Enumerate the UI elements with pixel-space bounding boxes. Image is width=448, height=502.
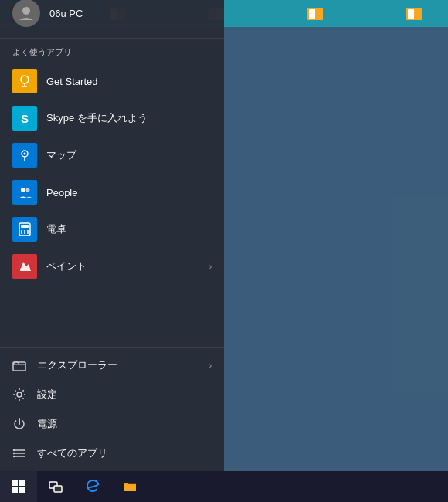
start-menu: 06u PC よく使うアプリ Get Started S Skype を手に — [0, 0, 224, 471]
svg-point-17 — [21, 188, 25, 192]
user-name: 06u PC — [49, 8, 83, 19]
svg-point-25 — [24, 232, 25, 234]
bottom-item-settings[interactable]: 設定 — [0, 380, 224, 409]
app-label-maps: マップ — [46, 148, 212, 162]
svg-rect-36 — [12, 480, 18, 486]
bottom-item-all-apps[interactable]: すべてのアプリ — [0, 439, 224, 468]
all-apps-label: すべてのアプリ — [37, 446, 107, 460]
app-list: Get Started S Skype を手に入れよう マップ — [0, 63, 224, 285]
app-label-paint: ペイント — [46, 259, 200, 273]
bottom-item-power[interactable]: 電源 — [0, 409, 224, 439]
svg-point-29 — [17, 392, 22, 397]
app-icon-people — [12, 180, 37, 205]
svg-point-10 — [22, 7, 30, 15]
app-icon-paint — [12, 254, 37, 279]
taskbar — [0, 471, 448, 502]
frequent-apps-label: よく使うアプリ — [0, 39, 224, 63]
explorer-arrow: › — [209, 361, 212, 370]
svg-point-33 — [13, 449, 15, 451]
svg-point-35 — [13, 456, 15, 457]
app-item-paint[interactable]: ペイント › — [0, 248, 224, 285]
svg-rect-37 — [19, 480, 25, 486]
svg-point-23 — [27, 230, 29, 232]
svg-rect-41 — [54, 486, 62, 492]
svg-rect-9 — [408, 9, 414, 19]
svg-point-16 — [24, 153, 26, 155]
svg-rect-39 — [19, 487, 25, 493]
svg-point-24 — [21, 232, 22, 234]
svg-point-22 — [24, 230, 25, 232]
settings-label: 設定 — [37, 388, 57, 402]
app-label-calculator: 電卓 — [46, 222, 212, 236]
app-icon-maps — [12, 143, 37, 168]
app-item-calculator[interactable]: 電卓 — [0, 211, 224, 248]
svg-point-18 — [26, 188, 30, 192]
task-view-button[interactable] — [37, 471, 74, 502]
all-apps-icon — [12, 446, 26, 460]
app-item-get-started[interactable]: Get Started — [0, 63, 224, 100]
svg-point-27 — [20, 268, 23, 271]
app-icon-get-started — [12, 69, 37, 93]
file-explorer-button[interactable] — [111, 471, 148, 502]
bottom-item-explorer[interactable]: エクスプローラー › — [0, 351, 224, 380]
svg-point-26 — [27, 232, 29, 234]
settings-icon — [12, 388, 26, 402]
power-icon — [12, 417, 26, 431]
bottom-menu: エクスプローラー › 設定 電源 — [0, 347, 224, 471]
menu-spacer — [0, 285, 224, 347]
svg-rect-7 — [309, 9, 315, 19]
desktop-icon-4[interactable] — [304, 3, 326, 25]
svg-rect-38 — [12, 487, 18, 493]
edge-button[interactable] — [74, 471, 111, 502]
explorer-icon — [12, 358, 26, 372]
paint-arrow: › — [209, 263, 212, 271]
app-icon-skype: S — [12, 106, 37, 131]
app-label-people: People — [46, 187, 212, 198]
app-item-people[interactable]: People — [0, 174, 224, 211]
svg-point-34 — [13, 453, 15, 454]
app-label-get-started: Get Started — [46, 76, 212, 87]
desktop-icon-5[interactable] — [403, 3, 425, 25]
user-section[interactable]: 06u PC — [0, 0, 224, 39]
app-item-skype[interactable]: S Skype を手に入れよう — [0, 100, 224, 137]
app-label-skype: Skype を手に入れよう — [46, 111, 212, 125]
svg-point-11 — [21, 76, 29, 83]
power-label: 電源 — [37, 417, 57, 431]
svg-rect-20 — [21, 225, 29, 228]
app-item-maps[interactable]: マップ — [0, 137, 224, 174]
svg-point-21 — [21, 230, 22, 232]
app-icon-calculator — [12, 217, 37, 242]
start-button[interactable] — [0, 471, 37, 502]
svg-text:S: S — [21, 112, 29, 125]
explorer-label: エクスプローラー — [37, 358, 117, 372]
user-avatar — [12, 0, 40, 27]
